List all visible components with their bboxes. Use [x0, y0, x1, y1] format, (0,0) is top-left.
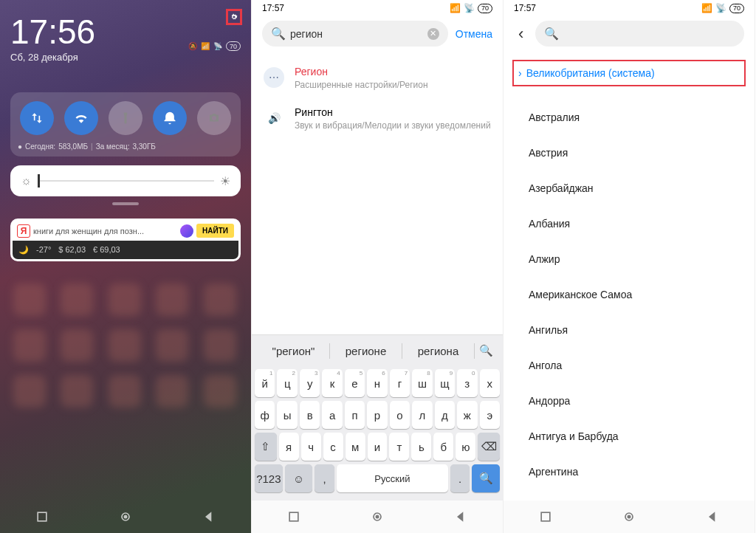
result-subtitle: Расширенные настройки/Регион — [295, 79, 428, 92]
nav-home-button[interactable] — [370, 509, 385, 524]
mobile-data-toggle[interactable] — [20, 101, 54, 135]
key-е[interactable]: е5 — [345, 369, 365, 397]
country-item[interactable]: Австралия — [504, 100, 755, 135]
country-item[interactable]: Американское Самоа — [504, 277, 755, 312]
back-button[interactable]: ‹ — [514, 21, 528, 47]
key-ш[interactable]: ш8 — [412, 369, 432, 397]
status-time: 17:57 — [514, 3, 536, 13]
signal-icon: 📶 — [450, 3, 461, 13]
chevron-right-icon: › — [518, 67, 522, 79]
date-label: Сб, 28 декабря — [10, 52, 241, 63]
country-item[interactable]: Албания — [504, 206, 755, 241]
nav-back-button[interactable] — [705, 509, 720, 524]
brightness-high-icon: ☀ — [220, 174, 230, 188]
key-м[interactable]: м — [346, 433, 365, 461]
result-title: Регион — [295, 66, 428, 78]
search-field[interactable]: 🔍 — [535, 21, 744, 47]
country-item[interactable]: Алжир — [504, 241, 755, 277]
key-щ[interactable]: щ9 — [435, 369, 455, 397]
key-х[interactable]: х — [480, 369, 500, 397]
space-key[interactable]: Русский — [337, 464, 448, 492]
country-item[interactable]: Андорра — [504, 383, 755, 419]
key-л[interactable]: л — [412, 401, 432, 429]
panel-drag-handle[interactable] — [112, 202, 139, 205]
clear-search-button[interactable]: ✕ — [427, 28, 439, 40]
nav-recents-button[interactable] — [35, 509, 49, 524]
keyboard: "регион" регионе региона 🔍 й1ц2у3к4е5н6г… — [252, 334, 503, 501]
key-ф[interactable]: ф — [255, 401, 275, 429]
selected-region-row[interactable]: › Великобритания (система) — [512, 60, 746, 86]
settings-gear-icon[interactable] — [226, 9, 242, 25]
key-и[interactable]: и — [368, 433, 388, 461]
nav-recents-button[interactable] — [538, 509, 553, 524]
key-ч[interactable]: ч — [301, 433, 321, 461]
country-item[interactable]: Австрия — [504, 135, 755, 171]
suggestion-1[interactable]: "регион" — [258, 343, 330, 359]
search-field[interactable]: 🔍 ✕ — [262, 21, 448, 47]
nav-recents-button[interactable] — [286, 509, 301, 524]
alice-icon[interactable] — [180, 224, 193, 238]
key-я[interactable]: я — [279, 433, 299, 461]
key-п[interactable]: п — [345, 401, 365, 429]
search-input[interactable] — [563, 28, 735, 40]
key-д[interactable]: д — [435, 401, 455, 429]
wifi-icon: 📡 — [213, 42, 222, 50]
country-item[interactable]: Ангола — [504, 348, 755, 383]
nav-home-button[interactable] — [118, 509, 133, 524]
region-list[interactable]: › Великобритания (система) АвстралияАвст… — [504, 51, 755, 488]
key-с[interactable]: с — [323, 433, 343, 461]
key-т[interactable]: т — [389, 433, 409, 461]
key-н[interactable]: н6 — [367, 369, 387, 397]
key-ы[interactable]: ы — [277, 401, 297, 429]
search-inline-icon[interactable]: 🔍 — [475, 343, 497, 359]
battery-indicator: 70 — [478, 4, 492, 13]
emoji-key[interactable]: ☺ — [285, 464, 313, 492]
keyboard-suggestions: "регион" регионе региона 🔍 — [252, 334, 503, 366]
key-у[interactable]: у3 — [300, 369, 320, 397]
nav-back-button[interactable] — [453, 509, 468, 524]
key-б[interactable]: б — [433, 433, 453, 461]
period-key[interactable]: . — [450, 464, 470, 492]
battery-indicator: 70 — [226, 41, 241, 51]
key-э[interactable]: э — [480, 401, 500, 429]
battery-indicator: 70 — [729, 4, 744, 13]
nav-bar — [504, 501, 755, 533]
comma-key[interactable]: , — [315, 464, 334, 492]
search-input[interactable] — [290, 28, 423, 40]
key-в[interactable]: в — [300, 401, 320, 429]
symbols-key[interactable]: ?123 — [255, 464, 283, 492]
key-к[interactable]: к4 — [322, 369, 342, 397]
key-з[interactable]: з0 — [457, 369, 477, 397]
yandex-widget[interactable]: Я книги для женщин для позн... НАЙТИ 🌙 -… — [10, 219, 241, 261]
flashlight-toggle[interactable] — [109, 101, 142, 135]
suggestion-3[interactable]: региона — [402, 343, 475, 359]
country-item[interactable]: Азербайджан — [504, 171, 755, 206]
key-ь[interactable]: ь — [411, 433, 431, 461]
nav-back-button[interactable] — [202, 509, 216, 524]
key-й[interactable]: й1 — [255, 369, 275, 397]
key-ц[interactable]: ц2 — [277, 369, 297, 397]
result-item-ringtone[interactable]: 🔊 Рингтон Звук и вибрация/Мелодии и звук… — [252, 99, 503, 140]
key-ю[interactable]: ю — [456, 433, 475, 461]
dnd-toggle[interactable] — [153, 101, 187, 135]
key-г[interactable]: г7 — [390, 369, 410, 397]
key-ж[interactable]: ж — [457, 401, 477, 429]
country-item[interactable]: Ангилья — [504, 312, 755, 348]
key-а[interactable]: а — [322, 401, 342, 429]
yandex-logo-icon: Я — [17, 224, 30, 238]
nav-home-button[interactable] — [622, 509, 636, 524]
result-item-region[interactable]: ⋯ Регион Расширенные настройки/Регион — [252, 58, 503, 99]
country-item[interactable]: Аргентина — [504, 454, 755, 488]
wifi-toggle[interactable] — [64, 101, 98, 135]
backspace-key[interactable]: ⌫ — [478, 433, 500, 461]
key-о[interactable]: о — [390, 401, 410, 429]
key-р[interactable]: р — [367, 401, 387, 429]
yandex-find-button[interactable]: НАЙТИ — [196, 224, 234, 238]
country-item[interactable]: Антигуа и Барбуда — [504, 419, 755, 454]
brightness-slider[interactable]: ☼ ☀ — [10, 165, 241, 196]
search-key[interactable]: 🔍 — [472, 464, 500, 492]
shift-key[interactable]: ⇧ — [255, 433, 277, 461]
suggestion-2[interactable]: регионе — [330, 343, 402, 359]
screenshot-toggle[interactable] — [197, 101, 231, 135]
cancel-button[interactable]: Отмена — [456, 28, 492, 40]
